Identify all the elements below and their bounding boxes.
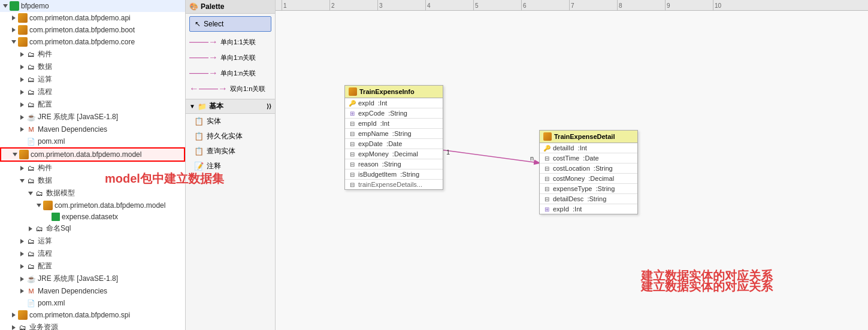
query-icon: 📋 [194,147,204,156]
entity-field-empid: ⊟ empId :Int [345,119,443,129]
palette-item-query-entity[interactable]: 📋 查询实体 [186,144,275,159]
expand-icon [18,262,26,271]
sidebar-item-core-peizhi[interactable]: 🗂 配置 [0,98,185,111]
sidebar-item-jre2[interactable]: ☕ JRE 系统库 [JavaSE-1.8] [0,273,185,285]
sidebar-item-shujumoxing[interactable]: 🗂 数据模型 [0,187,185,199]
sidebar-item-model[interactable]: com.primeton.data.bfpdemo.model [0,147,185,162]
entity-header-1: TrainExpenseInfo [345,86,443,98]
sidebar-item-core[interactable]: com.primeton.data.bfpdemo.core [0,36,185,48]
palette-section-header: ▼ 📁 基本 ⟩⟩ [186,99,275,114]
pom-icon: 📄 [26,137,36,146]
relation-arrow-icon: ——→ [189,68,218,78]
expand-icon [35,201,43,210]
expand-icon [18,63,26,71]
expand-all-icon[interactable]: ⟩⟩ [267,103,271,110]
sidebar-item-model-liucheng[interactable]: 🗂 流程 [0,247,185,260]
field-icon: ⊟ [543,195,551,202]
entity-field-expid2: ⊞ expId :Int [540,204,637,214]
sidebar-item-pom1[interactable]: 📄 pom.xml [0,135,185,147]
sidebar-item-jre1[interactable]: ☕ JRE 系统库 [JavaSE-1.8] [0,111,185,123]
field-icon: ⊟ [543,165,551,172]
palette-panel: 🎨 Palette ↖ Select ——→ 单向1:1关联 ——→ 单向1:n… [186,0,276,330]
sidebar-item-api[interactable]: com.primeton.data.bfpdemo.api [0,12,185,24]
field-icon: ⊟ [543,185,551,192]
sidebar-label: JRE 系统库 [JavaSE-1.8] [38,112,118,122]
expand-icon [18,164,26,172]
field-name: costTime :Date [553,155,599,162]
field-icon: ⊟ [349,130,356,137]
field-name: empName :String [358,130,412,137]
maven-icon: M [26,125,36,134]
sidebar-item-mingming[interactable]: 🗂 命名Sql [0,222,185,235]
sidebar-item-core-data[interactable]: 🗂 数据 [0,60,185,73]
sidebar-label: 运算 [38,74,52,84]
field-name: expId :Int [553,205,582,213]
expand-icon-placeholder [18,137,26,146]
palette-item-persist-entity[interactable]: 📋 持久化实体 [186,129,275,144]
relation-item-3[interactable]: ←——→ 双向1:n关联 [186,81,275,96]
sidebar-item-maven1[interactable]: M Maven Dependencies [0,123,185,135]
entity-field-costlocation: ⊟ costLocation :String [540,164,637,174]
folder-icon: 🗂 [26,62,36,72]
relation-item-0[interactable]: ——→ 单向1:1关联 [186,34,275,50]
sidebar-label: 流程 [38,249,52,259]
sidebar-item-core-yunsuan[interactable]: 🗂 运算 [0,73,185,86]
entity-field-expid: 🔑 expId :Int [345,98,443,108]
sidebar-item-expense-dataset[interactable]: expense.datasetx [0,211,185,222]
palette-icon: 🎨 [189,2,198,11]
main-canvas[interactable]: 1 2 3 4 5 6 7 8 9 10 [276,0,868,330]
sidebar-item-model-pkg[interactable]: com.primeton.data.bfpdemo.model [0,199,185,211]
pk-icon: 🔑 [543,144,551,152]
sidebar-item-pom2[interactable]: 📄 pom.xml [0,297,185,309]
field-name: reason :String [358,161,401,168]
sidebar-label: bfpdemo [21,2,49,10]
sidebar-label: pom.xml [38,137,65,146]
select-button[interactable]: ↖ Select [189,16,271,32]
sidebar-item-model-data[interactable]: 🗂 数据 [0,174,185,187]
folder-icon: 🗂 [18,323,28,331]
entity-field-details: ⊟ trainExpenseDetails... [345,180,443,189]
sidebar-item-core-liucheng[interactable]: 🗂 流程 [0,86,185,98]
field-name: costLocation :String [553,165,613,172]
sidebar-label: 业务资源 [29,322,58,330]
sidebar-item-bfpdemo[interactable]: bfpdemo [0,0,185,12]
entity-header-icon [543,132,552,141]
entity-field-costmoney: ⊟ costMoney :Decimal [540,174,637,184]
sidebar-item-spi[interactable]: com.primeton.data.bfpdemo.spi [0,309,185,321]
sidebar-label: com.primeton.data.bfpdemo.core [29,38,135,46]
relation-arrow-icon: ——→ [189,52,218,63]
expand-icon [26,225,35,233]
field-icon: ⊟ [349,161,356,168]
field-name: expCode :String [358,110,407,117]
relation-item-1[interactable]: ——→ 单向1:n关联 [186,50,275,65]
entity-field-costtime: ⊟ costTime :Date [540,153,637,164]
sidebar-label: 数据 [38,175,52,186]
sidebar-item-model-peizhi[interactable]: 🗂 配置 [0,260,185,273]
sidebar-item-model-gou[interactable]: 🗂 构件 [0,162,185,174]
pom-icon: 📄 [26,298,36,308]
sidebar-item-model-yunsuan[interactable]: 🗂 运算 [0,235,185,247]
sidebar-label: 数据 [38,62,52,72]
expand-icon [10,14,18,22]
ruler-marks: 1 2 3 4 5 6 7 8 9 10 [276,0,761,10]
entity-title-1: TrainExpenseInfo [359,88,415,95]
note-icon: 📝 [194,162,204,171]
sidebar-label: 运算 [38,236,52,246]
palette-item-entity[interactable]: 📋 实体 [186,114,275,129]
entity-card-1[interactable]: TrainExpenseInfo 🔑 expId :Int ⊞ expCode … [344,85,443,190]
expand-icon [10,323,18,331]
relation-label: 单向1:n关联 [220,53,256,62]
sidebar-label: expense.datasetx [62,213,118,221]
sidebar-label: Maven Dependencies [38,125,107,134]
field-name: expenseType :String [553,185,615,192]
sidebar-label: com.primeton.data.bfpdemo.api [29,14,131,22]
sidebar-item-maven2[interactable]: M Maven Dependencies [0,285,185,297]
sidebar-item-boot[interactable]: com.primeton.data.bfpdemo.boot [0,24,185,36]
palette-item-note[interactable]: 📝 注释 [186,159,275,174]
sidebar-item-yewu[interactable]: 🗂 业务资源 [0,321,185,330]
relation-item-2[interactable]: ——→ 单向1:n关联 [186,65,275,81]
field-name: detailDesc :String [553,195,606,202]
entity-card-2[interactable]: TrainExpenseDetail 🔑 detailId :Int ⊟ cos… [539,130,638,214]
sidebar-item-core-gou[interactable]: 🗂 构件 [0,48,185,60]
field-name: costMoney :Decimal [553,175,614,182]
